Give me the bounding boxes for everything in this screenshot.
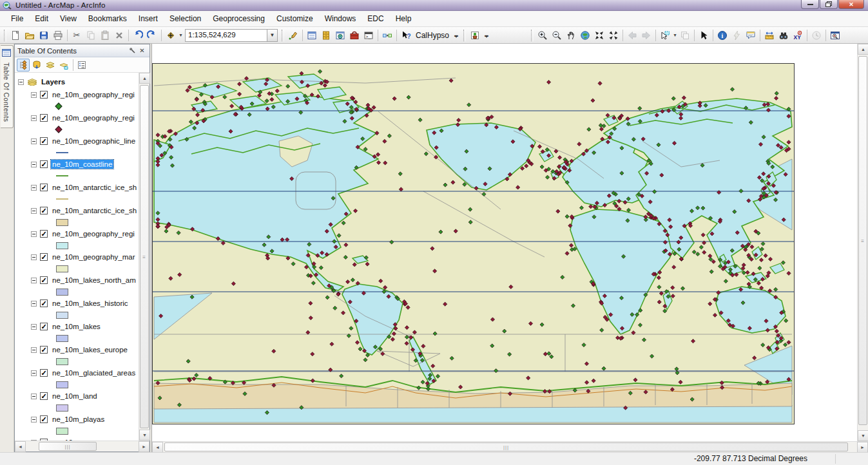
minimize-button[interactable] [801,0,819,9]
toolbar-grip[interactable] [531,30,534,41]
toc-layer-ne_10m_coastline[interactable]: ✓ne_10m_coastline [15,158,139,171]
layer-symbol-fill[interactable] [56,404,68,412]
select-elements-tool[interactable] [697,28,711,43]
expand-collapse-icon[interactable] [31,92,37,98]
toc-dock-tab[interactable]: Table Of Contents [1,45,14,128]
layer-symbol-fill[interactable] [56,219,68,226]
layer-visibility-checkbox[interactable]: ✓ [40,415,48,423]
toc-layer-ne_10m_geography_regi[interactable]: ✓ne_10m_geography_regi [15,88,139,101]
layer-visibility-checkbox[interactable]: ✓ [40,230,48,238]
paste-button[interactable] [98,28,112,43]
layer-name[interactable]: ne_10m_lakes [51,322,102,331]
layer-name[interactable]: ne_10m_antarctic_ice_sh [51,206,138,215]
toc-horizontal-scrollbar[interactable]: ◄ ||| ► [15,441,149,451]
layer-name[interactable]: ne_10m_geographic_line [51,137,137,146]
open-document-button[interactable] [23,28,37,43]
toc-options-button[interactable] [75,59,88,71]
layer-symbol-point[interactable] [55,102,62,109]
catalog-window-button[interactable] [319,28,333,43]
map-canvas[interactable] [152,44,857,441]
expand-collapse-icon[interactable] [18,79,24,85]
layer-visibility-checkbox[interactable]: ✓ [40,253,48,261]
select-features-dropdown[interactable]: ▾ [672,32,678,38]
go-to-xy-tool[interactable]: XY [791,28,805,43]
whats-this-button[interactable]: ? [399,28,413,43]
calhypso-menu[interactable]: CalHypso [413,31,452,40]
expand-collapse-icon[interactable] [31,301,37,307]
menu-edit[interactable]: Edit [29,12,54,25]
identify-tool[interactable]: i [715,28,729,43]
layer-name[interactable]: ne_10m_lakes_europe [51,345,129,354]
layer-symbol-fill[interactable] [56,335,68,342]
menu-file[interactable]: File [5,12,29,25]
map-scroll-down-button[interactable]: ▼ [858,430,868,441]
toc-layer-ne_10m_geography_regi[interactable]: ✓ne_10m_geography_regi [15,111,139,124]
menu-windows[interactable]: Windows [319,12,362,25]
toc-layer-ne_10m_lakes_historic[interactable]: ✓ne_10m_lakes_historic [15,297,139,310]
toc-layer-ne_10m_geographic_line[interactable]: ✓ne_10m_geographic_line [15,135,139,147]
map-scroll-left-button[interactable]: ◄ [152,442,163,453]
layer-name[interactable]: ne_10m_antarctic_ice_sh [51,183,138,192]
toc-layer-ne_10m_lakes_europe[interactable]: ✓ne_10m_lakes_europe [15,343,139,356]
toc-layer-ne_10m_lakes[interactable]: ✓ne_10m_lakes [15,320,139,333]
map-scale-dropdown[interactable]: ▼ [267,29,278,42]
expand-collapse-icon[interactable] [31,115,37,121]
add-data-dropdown[interactable]: ▾ [178,32,184,38]
toc-layer-ne_10m_land[interactable]: ✓ne_10m_land [15,390,139,403]
fixed-zoom-out-button[interactable] [606,28,621,43]
select-features-tool[interactable] [658,28,672,43]
toc-layer-ne_10m_lakes_north_am[interactable]: ✓ne_10m_lakes_north_am [15,274,139,287]
toc-window-button[interactable] [305,28,319,43]
menu-help[interactable]: Help [390,12,418,25]
fixed-zoom-in-button[interactable] [592,28,606,43]
layer-visibility-checkbox[interactable]: ✓ [40,369,48,377]
expand-collapse-icon[interactable] [31,254,37,260]
time-slider-button[interactable] [809,28,824,43]
layer-name[interactable]: ne_10m_geography_regi [51,90,136,99]
expand-collapse-icon[interactable] [31,370,37,376]
expand-collapse-icon[interactable] [31,231,37,237]
print-button[interactable] [51,28,65,43]
toc-root-layers[interactable]: Layers [15,75,139,88]
toc-layer-ne_10m_antarctic_ice_sh[interactable]: ✓ne_10m_antarctic_ice_sh [15,181,139,194]
map-scale-value[interactable]: 1:135,524,629 [185,29,267,42]
save-button[interactable] [37,28,51,43]
close-button[interactable]: ✕ [838,0,864,9]
restore-button[interactable] [820,0,838,9]
map-horizontal-scrollbar[interactable]: ◄ ||| ► [152,441,868,452]
expand-collapse-icon[interactable] [31,440,37,441]
cut-button[interactable]: ✂ [70,28,84,43]
zoom-in-tool[interactable] [535,28,550,43]
toc-layer-ne_10m_playas[interactable]: ✓ne_10m_playas [15,413,139,426]
layer-visibility-checkbox[interactable]: ✓ [40,207,48,214]
layer-name[interactable]: ne_10m_land [51,392,99,401]
list-by-source-button[interactable] [30,59,43,71]
menu-view[interactable]: View [54,12,82,25]
layer-visibility-checkbox[interactable]: ✓ [40,346,48,354]
map-scroll-right-button[interactable]: ► [857,442,868,453]
menu-geoprocessing[interactable]: Geoprocessing [207,12,271,25]
layer-name[interactable]: ne_10m_lakes_north_am [51,276,137,285]
add-data-button[interactable] [164,28,178,43]
menu-selection[interactable]: Selection [164,12,207,25]
layer-symbol-fill[interactable] [56,358,68,365]
layer-symbol-fill[interactable] [56,242,68,249]
layer-symbol-fill[interactable] [56,381,68,388]
layer-symbol-line[interactable] [56,175,68,176]
toc-scroll-left-button[interactable]: ◄ [15,441,26,452]
layer-symbol-line[interactable] [56,152,68,153]
redo-button[interactable] [145,28,159,43]
layer-name[interactable]: ne_10m_coastline [51,160,113,169]
toc-scroll-right-button[interactable]: ► [139,441,149,452]
clear-selection-button[interactable] [678,28,692,43]
delete-button[interactable] [112,28,126,43]
expand-collapse-icon[interactable] [31,208,37,214]
toc-layer-ne_10m_ocean[interactable]: ✓ne_10m_ocean [15,436,139,441]
layer-visibility-checkbox[interactable]: ✓ [40,439,48,441]
toolbar-overflow-button[interactable]: ▂▾ [452,33,460,38]
list-by-visibility-button[interactable] [44,59,57,71]
toc-layer-ne_10m_antarctic_ice_sh[interactable]: ✓ne_10m_antarctic_ice_sh [15,204,139,217]
layer-name[interactable]: ne_10m_glaciated_areas [51,368,137,377]
layer-visibility-checkbox[interactable]: ✓ [40,114,48,122]
arctoolbox-button[interactable] [347,28,362,43]
